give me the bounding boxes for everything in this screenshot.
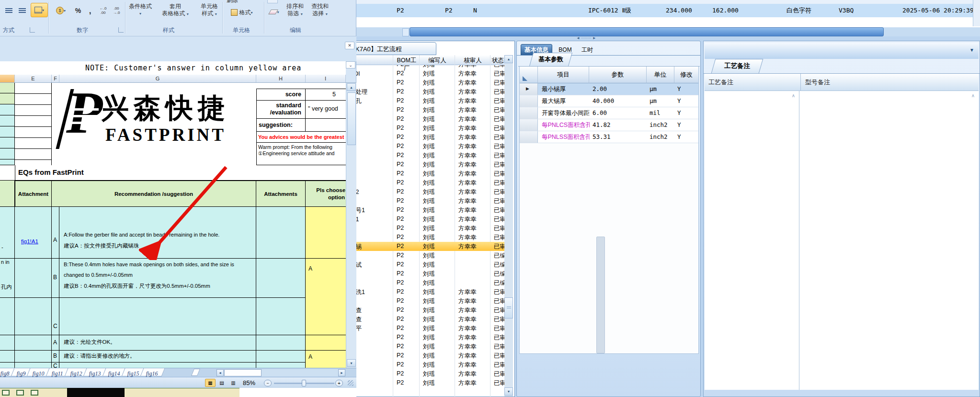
sheet-tab[interactable]: fig16	[140, 368, 165, 376]
col-writer[interactable]: 编写人	[421, 57, 454, 65]
scroll-down-button[interactable]: ▼	[504, 387, 513, 396]
zoom-slider-thumb[interactable]	[302, 380, 306, 386]
col-model-remark[interactable]: 型号备注	[805, 78, 830, 87]
scroll-down-button[interactable]: ▼	[347, 359, 356, 367]
eq-b1-attachments-cell[interactable]	[256, 259, 306, 298]
process-row[interactable]: 形1 P2 刘瑶 已编写	[336, 269, 504, 278]
sliver-cell[interactable]	[0, 104, 15, 115]
increase-decimal-button[interactable]: ←.0.00	[97, 4, 109, 17]
param-row[interactable]: 每PNLCS面积含孔 41.82 inch2 Y	[520, 119, 698, 131]
increase-indent-button[interactable]	[16, 4, 28, 17]
process-row[interactable]: 功能检查 P2 刘瑶 方幸幸 已审核	[336, 306, 504, 315]
scrollbar-fragment[interactable]	[596, 237, 605, 353]
model-remark-textarea[interactable]: ∧	[799, 91, 979, 390]
table-row[interactable]: P2 P2 N IPC-6012 Ⅱ级 234.000 162.000 白色字符…	[356, 4, 980, 17]
eq-c2-letter-cell[interactable]: C	[52, 363, 59, 368]
suggestion-label-cell[interactable]: suggestion:	[256, 119, 306, 132]
corner-header-selected[interactable]	[0, 75, 15, 82]
process-remark-textarea[interactable]: ∧	[705, 91, 799, 390]
eq-c1-letter-cell[interactable]: C	[52, 298, 59, 335]
eq-a2-attachment-cell[interactable]	[15, 335, 52, 351]
param-col-value[interactable]: 参数	[589, 67, 647, 83]
cell-icon[interactable]	[16, 390, 24, 396]
param-row[interactable]: 开窗导体最小间距 6.00 mil Y	[520, 107, 698, 119]
dialog-launcher-icon[interactable]	[118, 27, 124, 33]
scroll-up-icon[interactable]: ∧	[792, 93, 795, 98]
process-row[interactable]: 理 P2 刘瑶 方幸幸 已审核	[336, 78, 504, 87]
scroll-up-button[interactable]: ▲	[347, 83, 356, 91]
sliver-cell[interactable]	[0, 83, 15, 93]
view-page-break-button[interactable]: ▥	[228, 379, 239, 387]
scroll-up-icon[interactable]: ∧	[971, 93, 975, 98]
col-auditor[interactable]: 核审人	[456, 57, 489, 65]
horizontal-scrollbar-track[interactable]	[356, 27, 980, 36]
sliver-cell[interactable]	[0, 126, 15, 137]
process-row[interactable]: 干2 P2 刘瑶 方幸幸 已审核	[336, 169, 504, 178]
tab-gongshi[interactable]: 工时	[577, 44, 597, 56]
vertical-scrollbar[interactable]	[973, 0, 980, 26]
collapse-button[interactable]: ⌄	[346, 61, 355, 68]
comma-style-button[interactable]: ,	[85, 4, 95, 17]
cell-icon[interactable]	[2, 390, 10, 396]
eq-c2-attachment-cell[interactable]	[15, 363, 52, 368]
process-row[interactable]: 检 P2 刘瑶 方幸幸 已审核	[336, 296, 504, 306]
process-row[interactable]: 印序列号1 P2 刘瑶 方幸幸 已审核	[336, 205, 504, 215]
resize-grip-icon[interactable]	[348, 380, 353, 386]
score-value-cell[interactable]: 5	[306, 89, 346, 101]
process-row[interactable]: 曝光 P2 刘瑶 方幸幸 已审核	[336, 124, 504, 133]
process-row[interactable]: 字符 P2 刘瑶 方幸幸 已审核	[336, 151, 504, 160]
column-header-f[interactable]: F	[52, 75, 59, 82]
process-scrollbar[interactable]: ▲ ▼	[504, 55, 513, 397]
scrollbar-thumb[interactable]	[347, 92, 356, 145]
process-row[interactable]: 烘板整平 P2 刘瑶 方幸幸 已审核	[336, 324, 504, 333]
eq-a2-choice-cell[interactable]	[306, 335, 346, 351]
eq-b2-attachments-cell[interactable]	[256, 351, 306, 363]
process-row[interactable]: 成品清洗1 P2 刘瑶 方幸幸 已审核	[336, 287, 504, 296]
param-col-mod[interactable]: 修改	[674, 67, 698, 83]
sort-filter-button[interactable]: 排序和 筛选 ▾	[284, 3, 307, 25]
process-row[interactable]: 干 P2 刘瑶 方幸幸 已审核	[336, 142, 504, 151]
scrollbar-thumb[interactable]	[504, 297, 513, 318]
select-all-triangle-icon[interactable]	[523, 76, 527, 81]
eq-b1-text-cell[interactable]: B:These 0.4mm holes have mask openings o…	[59, 259, 256, 298]
dropdown-arrow-icon[interactable]: ▼	[969, 47, 974, 53]
view-normal-button[interactable]: ▦	[205, 379, 216, 387]
eq-b1c1-choice-cell[interactable]: A	[306, 259, 346, 335]
process-row[interactable]: 外层AOI P2 刘瑶 方幸幸 已审核	[336, 69, 504, 78]
score-label-cell[interactable]: score	[256, 89, 306, 101]
sheet-vertical-scrollbar[interactable]: ▲ ▼	[346, 83, 356, 368]
find-select-button[interactable]: 查找和 选择 ▾	[308, 3, 331, 25]
param-row[interactable]: 最大锡厚 40.000 μm Y	[520, 95, 698, 107]
eq-b2-text-cell[interactable]: 建议：请指出要修改的地方。	[59, 351, 256, 363]
insert-sheet-tab[interactable]	[191, 369, 200, 376]
param-row[interactable]: 每PNLSS面积含孔 53.31 inch2 Y	[520, 131, 698, 143]
sliver-cell[interactable]	[0, 93, 15, 104]
column-header-i[interactable]: I	[306, 75, 346, 82]
eq-c1-sliver[interactable]	[0, 298, 15, 335]
eq-c1-attachment-cell[interactable]	[15, 298, 52, 335]
process-row[interactable]: 装 P2 刘瑶 方幸幸 已审核	[336, 333, 504, 342]
eq-b2c2-choice-cell[interactable]: A	[306, 351, 346, 368]
eq-a1-attachments-cell[interactable]	[256, 207, 306, 259]
eq-c1-text-cell[interactable]	[59, 298, 256, 335]
column-header-e[interactable]: E	[15, 75, 52, 82]
param-col-unit[interactable]: 单位	[647, 67, 674, 83]
eq-c2-text-cell[interactable]	[59, 363, 256, 368]
process-row[interactable]: 铅喷锡 P2 刘瑶 方幸幸 已审核	[336, 224, 504, 233]
process-row[interactable]: 干1 P2 刘瑶 方幸幸 已审核	[336, 196, 504, 205]
eq-c2-attachments-cell[interactable]	[256, 363, 306, 368]
process-row[interactable]: 品仓 P2 刘瑶 方幸幸 已审核	[336, 351, 504, 360]
zoom-out-button[interactable]: −	[264, 380, 272, 386]
sliver-cell[interactable]	[0, 159, 15, 165]
conditional-formatting-button[interactable]: 条件格式 ▾	[127, 3, 153, 25]
eq-a2-sliver[interactable]	[0, 335, 15, 351]
remarks-header-bar[interactable]: ▼	[705, 43, 979, 59]
eq-a1-choice-cell[interactable]	[306, 207, 346, 259]
process-row[interactable]: 阻焊塞孔 P2 刘瑶 方幸幸 已审核	[336, 96, 504, 105]
percent-style-button[interactable]: %	[73, 4, 83, 17]
process-row[interactable]: 有铅喷锡 P2 刘瑶 方幸幸 已审核	[336, 242, 504, 251]
eq-b1-sliver[interactable]: n in 孔内	[0, 259, 15, 298]
eq-a1-attachment-cell[interactable]: fig1!A1	[15, 207, 52, 259]
suggestion-value-cell[interactable]	[306, 119, 346, 132]
zoom-level[interactable]: 85%	[243, 379, 255, 386]
